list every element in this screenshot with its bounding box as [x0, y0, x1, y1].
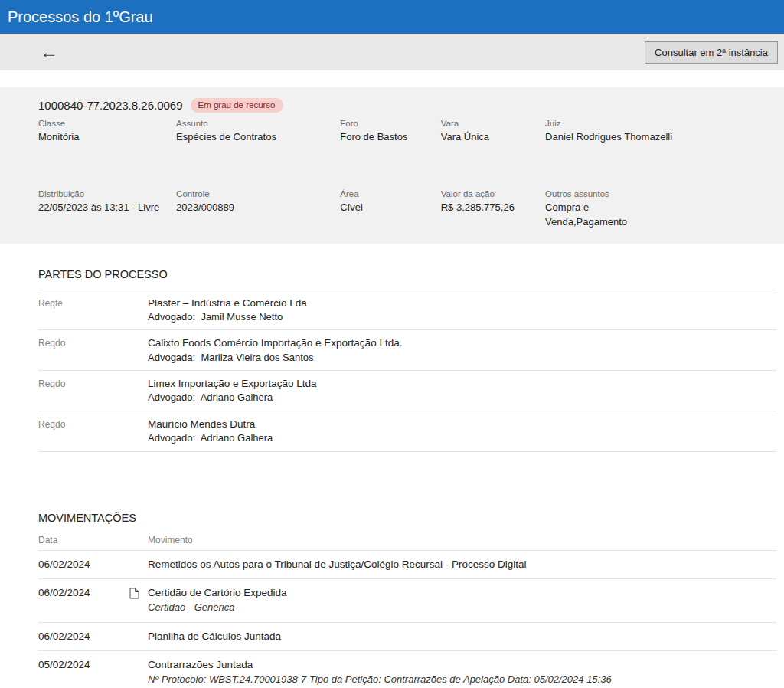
movement-title: Contrarrazões Juntada	[148, 658, 776, 673]
movement-row: 05/02/2024 Contrarrazões Juntada Nº Prot…	[38, 651, 776, 688]
party-role: Reqdo	[38, 336, 148, 364]
field-label: Valor da ação	[441, 189, 537, 198]
case-field: Distribuição 22/05/2023 às 13:31 - Livre	[38, 189, 176, 230]
field-label: Assunto	[176, 119, 332, 128]
field-value: Vara Única	[441, 130, 537, 145]
field-value: 2023/000889	[176, 201, 332, 215]
field-value: R$ 3.285.775,26	[441, 201, 537, 215]
field-label: Foro	[340, 119, 433, 128]
party-name: Maurício Mendes Dutra	[148, 418, 273, 431]
case-fields-row1: Classe Monitória Assunto Espécies de Con…	[38, 119, 769, 145]
field-label: Juiz	[545, 119, 761, 128]
party-role: Reqte	[38, 296, 148, 324]
field-label: Outros assuntos	[545, 189, 761, 198]
field-value: Espécies de Contratos	[176, 130, 332, 145]
case-fields-row2: Distribuição 22/05/2023 às 13:31 - Livre…	[38, 189, 769, 230]
field-value: Cível	[340, 201, 433, 215]
field-label: Área	[340, 189, 433, 198]
party-name: Plasfer – Indústria e Comércio Lda	[148, 296, 307, 310]
party-role: Reqdo	[38, 377, 148, 405]
movement-title: Planilha de Cálculos Juntada	[148, 630, 776, 644]
movement-row: 06/02/2024 Remetidos os Autos para o Tri…	[38, 551, 776, 580]
party-row: Reqte Plasfer – Indústria e Comércio Lda…	[38, 290, 776, 330]
field-label: Classe	[38, 119, 168, 128]
parties-table: Reqte Plasfer – Indústria e Comércio Lda…	[38, 290, 776, 452]
field-label: Distribuição	[38, 189, 168, 198]
parties-section: PARTES DO PROCESSO Reqte Plasfer – Indús…	[38, 268, 784, 452]
movement-description: Certidão - Genérica	[148, 601, 776, 614]
movement-date: 06/02/2024	[38, 630, 148, 644]
party-row: Reqdo Limex Importação e Exportação Ltda…	[38, 370, 776, 411]
case-number: 1000840-77.2023.8.26.0069	[38, 99, 183, 112]
movement-title: Certidão de Cartório Expedida	[148, 586, 776, 601]
party-lawyer: Advogado: Jamil Musse Netto	[148, 310, 307, 324]
app-header: Processos do 1ºGrau	[0, 0, 784, 34]
party-row: Reqdo Maurício Mendes Dutra Advogado: Ad…	[38, 411, 776, 452]
movement-row: 06/02/2024 Certidão de Cartório Expedida…	[38, 579, 776, 622]
field-value: Daniel Rodrigues Thomazelli	[545, 130, 761, 145]
party-row: Reqdo Calixto Foods Comércio Importação …	[38, 329, 776, 370]
movements-section: MOVIMENTAÇÕES Data Movimento 06/02/2024 …	[38, 512, 784, 688]
column-header-data: Data	[38, 535, 148, 545]
movements-table-header: Data Movimento	[38, 524, 776, 551]
status-badge: Em grau de recurso	[191, 98, 283, 113]
movements-section-title: MOVIMENTAÇÕES	[38, 512, 776, 524]
field-label: Vara	[441, 119, 537, 128]
movement-title: Remetidos os Autos para o Tribunal de Ju…	[148, 558, 776, 572]
party-lawyer: Advogado: Adriano Galhera	[148, 431, 273, 445]
party-name: Calixto Foods Comércio Importação e Expo…	[148, 336, 402, 350]
case-field: Área Cível	[340, 189, 441, 230]
movement-date: 06/02/2024	[38, 558, 148, 572]
party-lawyer: Advogado: Adriano Galhera	[148, 391, 317, 405]
document-icon[interactable]	[129, 588, 139, 602]
movements-table-body: 06/02/2024 Remetidos os Autos para o Tri…	[38, 551, 776, 688]
case-field: Outros assuntos Compra e Venda,Pagamento	[545, 189, 769, 230]
movement-description: Nº Protocolo: WBST.24.70001938-7 Tipo da…	[148, 673, 776, 686]
party-lawyer: Advogada: Marilza Vieira dos Santos	[148, 351, 402, 365]
field-value: Foro de Bastos	[340, 130, 433, 145]
case-field: Foro Foro de Bastos	[340, 119, 441, 145]
field-label: Controle	[176, 189, 332, 198]
movement-date: 05/02/2024	[38, 658, 148, 686]
movement-row: 06/02/2024 Planilha de Cálculos Juntada	[38, 623, 776, 652]
consult-second-instance-button[interactable]: Consultar em 2ª instância	[645, 41, 778, 64]
case-field: Juiz Daniel Rodrigues Thomazelli	[545, 119, 769, 145]
case-field: Valor da ação R$ 3.285.775,26	[441, 189, 545, 230]
case-info-panel: 1000840-77.2023.8.26.0069 Em grau de rec…	[0, 87, 784, 244]
page-title: Processos do 1ºGrau	[8, 8, 153, 26]
parties-section-title: PARTES DO PROCESSO	[38, 268, 776, 280]
case-field: Assunto Espécies de Contratos	[176, 119, 340, 145]
back-arrow-icon[interactable]: ←	[40, 43, 58, 61]
toolbar: ← Consultar em 2ª instância	[0, 34, 784, 70]
case-field: Classe Monitória	[38, 119, 176, 145]
field-value: Monitória	[38, 130, 168, 145]
party-name: Limex Importação e Exportação Ltda	[148, 377, 317, 391]
party-role: Reqdo	[38, 418, 148, 445]
field-value: 22/05/2023 às 13:31 - Livre	[38, 201, 168, 215]
case-field: Vara Vara Única	[441, 119, 545, 145]
case-field: Controle 2023/000889	[176, 189, 340, 230]
column-header-movimento: Movimento	[148, 535, 193, 545]
field-value: Compra e Venda,Pagamento	[545, 201, 637, 230]
